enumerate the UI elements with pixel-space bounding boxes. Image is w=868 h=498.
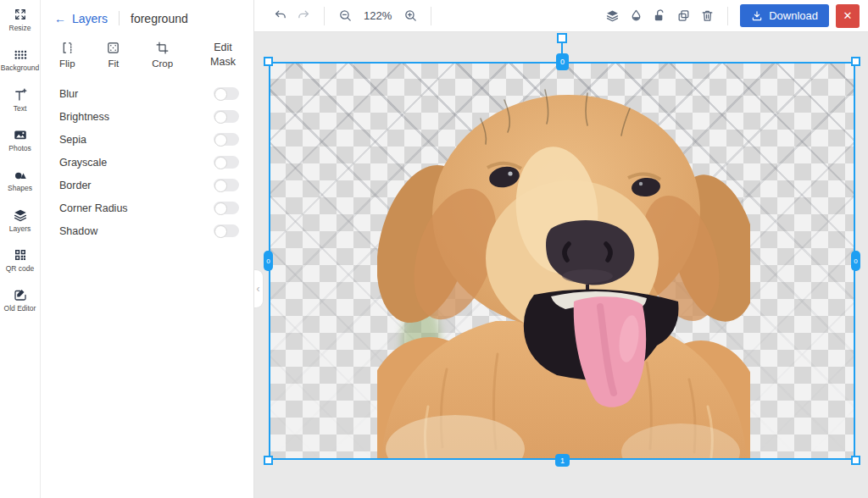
tool-label: Edit Mask — [204, 41, 242, 69]
unlock-icon — [653, 8, 667, 23]
resize-icon — [13, 7, 28, 22]
sepia-toggle[interactable] — [214, 133, 239, 146]
badge-value: 1 — [560, 456, 565, 465]
undo-button[interactable] — [268, 4, 292, 28]
layer-name: foreground — [131, 12, 188, 25]
sidebar-item-label: Old Editor — [4, 305, 36, 313]
toolbar-separator — [324, 7, 325, 25]
zoom-out-button[interactable] — [333, 4, 357, 28]
toggle-row-sepia: Sepia — [41, 128, 253, 151]
rotation-handle[interactable] — [557, 33, 567, 43]
close-icon: ✕ — [843, 9, 853, 22]
selection-top-badge[interactable]: 0 — [556, 53, 569, 70]
layer-order-button[interactable] — [600, 4, 624, 28]
download-button[interactable]: Download — [740, 4, 829, 27]
badge-value: 0 — [560, 58, 565, 66]
toggle-row-shadow: Shadow — [41, 219, 253, 242]
corner-radius-toggle[interactable] — [214, 202, 239, 214]
editor-canvas[interactable]: ‹ — [254, 32, 868, 498]
opacity-drop-icon — [629, 8, 643, 23]
foreground-layer-artboard[interactable]: 0 0 0 1 — [269, 62, 855, 460]
chevron-left-icon: ‹ — [257, 283, 260, 295]
toggle-row-border: Border — [41, 174, 253, 196]
redo-icon — [297, 8, 311, 23]
toggle-row-blur: Blur — [41, 82, 253, 105]
toggle-label: Sepia — [59, 134, 86, 146]
toggle-label: Shadow — [59, 225, 97, 237]
opacity-button[interactable] — [624, 4, 648, 28]
duplicate-icon — [676, 8, 691, 23]
edit-mask-button[interactable]: Edit Mask — [204, 41, 242, 69]
panel-collapse-tab[interactable]: ‹ — [254, 269, 264, 308]
blur-toggle[interactable] — [214, 87, 239, 100]
layers-icon — [605, 8, 620, 23]
toggle-label: Brightness — [59, 111, 109, 123]
sidebar-item-label: Background — [1, 64, 39, 72]
sidebar-item-label: Shapes — [8, 185, 32, 192]
close-editor-button[interactable]: ✕ — [836, 4, 860, 28]
redo-button[interactable] — [292, 4, 315, 28]
photos-icon — [13, 127, 28, 142]
sidebar-item-label: Resize — [9, 25, 31, 32]
zoom-in-button[interactable] — [398, 4, 422, 28]
top-toolbar: 122% — [254, 0, 868, 32]
flip-button[interactable]: Flip — [59, 41, 75, 69]
tool-label: Fit — [108, 58, 119, 69]
resize-handle-top-right[interactable] — [851, 57, 860, 66]
tool-label: Crop — [152, 58, 173, 69]
back-label: Layers — [72, 12, 108, 25]
sidebar-item-resize[interactable]: Resize — [0, 7, 41, 32]
shadow-toggle[interactable] — [214, 224, 239, 237]
toolbar-separator — [727, 7, 728, 25]
sidebar-item-layers[interactable]: Layers — [0, 208, 41, 233]
toggle-label: Border — [59, 180, 92, 191]
selection-bottom-badge[interactable]: 1 — [555, 454, 570, 467]
duplicate-button[interactable] — [671, 4, 695, 28]
resize-handle-top-left[interactable] — [264, 57, 273, 66]
toggle-label: Blur — [59, 88, 78, 100]
fit-button[interactable]: Fit — [106, 41, 120, 69]
badge-value: 0 — [266, 257, 270, 265]
brightness-toggle[interactable] — [214, 110, 239, 123]
resize-handle-bottom-right[interactable] — [851, 456, 860, 465]
sidebar-item-text[interactable]: Text — [0, 87, 41, 113]
border-toggle[interactable] — [214, 179, 239, 191]
toggle-label: Grayscale — [59, 157, 107, 169]
sidebar-item-background[interactable]: Background — [0, 47, 41, 72]
resize-handle-left[interactable]: 0 — [264, 251, 273, 271]
sidebar-item-qr-code[interactable]: QR code — [0, 247, 41, 273]
download-label: Download — [769, 9, 818, 22]
download-icon — [751, 10, 763, 22]
zoom-out-icon — [338, 8, 353, 23]
sidebar-item-shapes[interactable]: Shapes — [0, 167, 41, 192]
panel-header: ← Layers foreground — [41, 0, 253, 32]
toggle-row-grayscale: Grayscale — [41, 151, 253, 174]
left-toolbar-rail: Resize Background Text Photos — [0, 0, 41, 498]
shapes-icon — [13, 167, 28, 182]
sidebar-item-old-editor[interactable]: Old Editor — [0, 287, 41, 313]
old-editor-icon — [13, 287, 28, 302]
grayscale-toggle[interactable] — [214, 156, 239, 169]
resize-handle-bottom-left[interactable] — [264, 456, 273, 465]
background-icon — [13, 47, 28, 62]
fit-icon — [106, 41, 120, 55]
sidebar-item-label: Text — [14, 105, 27, 113]
crop-icon — [155, 41, 170, 55]
undo-icon — [273, 8, 287, 23]
layers-icon — [13, 208, 28, 223]
delete-button[interactable] — [695, 4, 719, 28]
toggle-row-corner-radius: Corner Radius — [41, 196, 253, 219]
zoom-in-icon — [403, 8, 418, 23]
dog-photo[interactable] — [377, 83, 750, 460]
crop-button[interactable]: Crop — [152, 41, 173, 69]
sidebar-item-photos[interactable]: Photos — [0, 127, 41, 152]
back-to-layers-link[interactable]: ← Layers — [54, 12, 108, 25]
toolbar-separator — [431, 7, 431, 25]
toggle-label: Corner Radius — [59, 202, 128, 214]
lock-button[interactable] — [648, 4, 671, 28]
zoom-level: 122% — [364, 9, 392, 22]
trash-icon — [700, 8, 715, 23]
resize-handle-right[interactable]: 0 — [851, 251, 860, 271]
effect-toggle-list: Blur Brightness Sepia Grayscale Border C… — [41, 82, 253, 242]
sidebar-item-label: QR code — [6, 265, 35, 273]
